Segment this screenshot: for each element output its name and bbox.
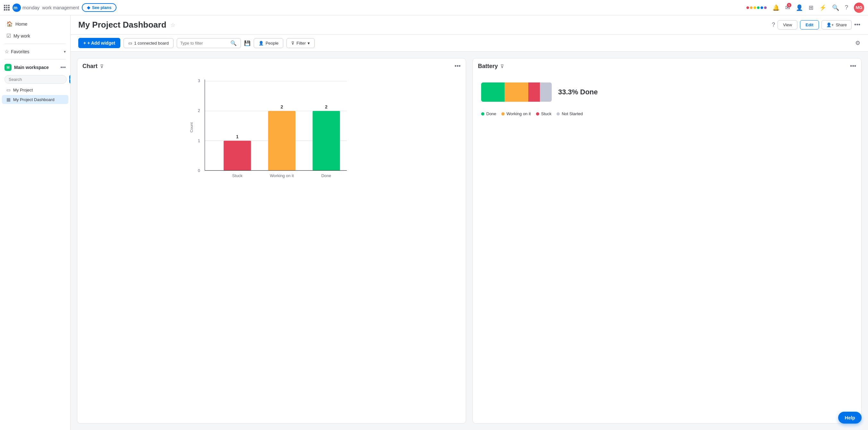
svg-text:1: 1 xyxy=(198,138,200,143)
see-plans-button[interactable]: ◆ See plans xyxy=(82,3,117,12)
rainbow-dots xyxy=(746,6,767,9)
svg-text:0: 0 xyxy=(198,168,200,173)
more-options-icon[interactable]: ••• xyxy=(854,22,860,28)
monday-brand: monday xyxy=(23,5,39,10)
dashboard-title-actions: ? View Edit 👤+ Share ••• xyxy=(772,20,860,30)
question-icon[interactable]: ? xyxy=(772,22,775,28)
monday-logo-icon: m xyxy=(12,3,21,12)
filter-label: Filter xyxy=(297,41,306,45)
user-avatar[interactable]: MG xyxy=(854,3,864,13)
svg-text:m: m xyxy=(13,5,17,10)
battery-filter-icon[interactable]: ⊽ xyxy=(500,64,504,69)
add-icon: + xyxy=(84,40,86,45)
app-name: monday work management xyxy=(23,5,79,10)
save-filter-icon[interactable]: 💾 xyxy=(244,40,250,46)
workspace-row[interactable]: M Main workspace ••• xyxy=(0,61,70,73)
sidebar-item-my-project[interactable]: ▭ My Project xyxy=(2,85,68,94)
diamond-icon: ◆ xyxy=(87,5,90,10)
svg-text:2: 2 xyxy=(198,108,200,113)
sidebar-item-dashboard[interactable]: ▦ My Project Dashboard xyxy=(2,95,68,104)
help-nav-icon[interactable]: ? xyxy=(845,4,848,11)
search-input[interactable] xyxy=(4,75,67,84)
grid-menu-icon[interactable] xyxy=(4,5,10,10)
monday-tagline: work management xyxy=(42,5,79,10)
battery-more-icon[interactable]: ••• xyxy=(850,63,856,70)
chart-more-icon[interactable]: ••• xyxy=(455,63,461,70)
dot-green xyxy=(757,6,760,9)
help-button[interactable]: Help xyxy=(838,412,862,424)
favorites-label: Favorites xyxy=(11,49,62,54)
battery-percent-text: 33.3% Done xyxy=(558,88,598,96)
legend-notstarted-label: Not Started xyxy=(562,111,583,116)
battery-widget: Battery ⊽ ••• 33.3% Done xyxy=(472,58,862,424)
my-project-label: My Project xyxy=(13,88,33,92)
chart-title: Chart xyxy=(83,63,97,70)
add-widget-label: + Add widget xyxy=(87,40,115,45)
chart-filter-icon[interactable]: ⊽ xyxy=(100,64,103,69)
edit-button[interactable]: Edit xyxy=(800,20,819,30)
monday-logo: m monday work management xyxy=(12,3,79,12)
sidebar-item-home[interactable]: 🏠 Home xyxy=(2,18,68,30)
chart-body: 3 2 1 0 Count xyxy=(77,73,466,423)
chart-widget: Chart ⊽ ••• 3 2 1 0 Count xyxy=(77,58,466,424)
topnav-left: m monday work management ◆ See plans xyxy=(4,3,117,12)
add-widget-button[interactable]: + + Add widget xyxy=(78,38,120,48)
notifications-icon[interactable]: 🔔 xyxy=(772,4,779,11)
dot-yellow xyxy=(753,6,756,9)
invite-people-icon[interactable]: 👤 xyxy=(796,4,803,11)
integrations-icon[interactable]: ⚡ xyxy=(819,4,826,11)
workspace-more-icon[interactable]: ••• xyxy=(60,64,66,70)
battery-notstarted-segment xyxy=(540,83,552,102)
legend-stuck-dot xyxy=(536,112,539,116)
apps-icon[interactable]: ⊞ xyxy=(809,4,813,11)
bar-done xyxy=(313,111,340,171)
legend-stuck: Stuck xyxy=(536,111,552,116)
svg-text:1: 1 xyxy=(236,134,239,139)
chart-svg: 3 2 1 0 Count xyxy=(83,76,461,179)
battery-title: Battery xyxy=(478,63,498,70)
see-plans-label: See plans xyxy=(92,5,112,10)
my-work-label: My work xyxy=(13,33,30,38)
workspace-name: Main workspace xyxy=(14,65,58,70)
people-button[interactable]: 👤 People xyxy=(254,38,283,48)
legend-working-label: Working on it xyxy=(506,111,531,116)
svg-text:3: 3 xyxy=(198,78,200,83)
dashboard-label: My Project Dashboard xyxy=(13,97,55,102)
toolbar-right: ⚙ xyxy=(855,39,860,47)
my-work-icon: ☑ xyxy=(6,33,11,39)
inbox-icon[interactable]: ✉ 1 xyxy=(785,4,790,11)
dot-orange xyxy=(750,6,752,9)
filter-button[interactable]: ⊽ Filter ▾ xyxy=(286,38,315,48)
inbox-badge: 1 xyxy=(787,3,791,7)
topnav: m monday work management ◆ See plans 🔔 ✉… xyxy=(0,0,868,16)
favorites-row[interactable]: ☆ Favorites ▾ xyxy=(0,46,70,57)
favorite-star-icon[interactable]: ☆ xyxy=(170,22,176,29)
view-button[interactable]: View xyxy=(778,20,798,30)
sidebar: 🏠 Home ☑ My work ☆ Favorites ▾ M Main wo… xyxy=(0,16,70,430)
filter-input-wrap: 🔍 xyxy=(177,38,241,48)
share-button[interactable]: 👤+ Share xyxy=(822,20,851,30)
battery-bar xyxy=(481,83,552,102)
dot-blue xyxy=(761,6,763,9)
main-content: My Project Dashboard ☆ ? View Edit 👤+ Sh… xyxy=(70,16,868,430)
dashboard-header: My Project Dashboard ☆ ? View Edit 👤+ Sh… xyxy=(70,16,868,35)
sidebar-divider-2 xyxy=(4,59,66,59)
svg-text:2: 2 xyxy=(281,104,283,110)
share-icon: 👤+ xyxy=(826,23,834,27)
connected-board-button[interactable]: ▭ 1 connected board xyxy=(124,38,174,48)
legend-done-dot xyxy=(481,112,484,116)
svg-text:Done: Done xyxy=(321,173,331,178)
battery-working-segment xyxy=(504,83,528,102)
filter-input[interactable] xyxy=(180,41,228,45)
project-board-icon: ▭ xyxy=(6,87,10,92)
search-icon[interactable]: 🔍 xyxy=(832,4,839,11)
battery-bar-container: 33.3% Done xyxy=(478,76,856,108)
svg-text:Working on it: Working on it xyxy=(270,173,294,178)
settings-icon[interactable]: ⚙ xyxy=(855,40,860,46)
sidebar-item-my-work[interactable]: ☑ My work xyxy=(2,30,68,41)
legend-working: Working on it xyxy=(501,111,531,116)
connected-board-label: 1 connected board xyxy=(134,41,169,45)
toolbar: + + Add widget ▭ 1 connected board 🔍 💾 👤… xyxy=(70,35,868,52)
dashboard-icon: ▦ xyxy=(6,97,10,102)
battery-stuck-segment xyxy=(528,83,540,102)
